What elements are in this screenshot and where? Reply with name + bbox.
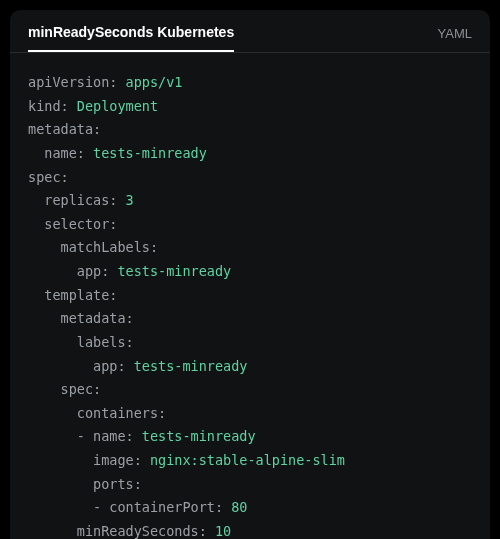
language-label: YAML: [438, 26, 472, 51]
yaml-key: labels: [77, 334, 126, 350]
panel-header: minReadySeconds Kubernetes YAML: [10, 10, 490, 52]
yaml-key: template: [44, 287, 109, 303]
yaml-value: tests-minready: [117, 263, 231, 279]
yaml-value: 10: [215, 523, 231, 539]
yaml-value: Deployment: [77, 98, 158, 114]
yaml-key: minReadySeconds: [77, 523, 199, 539]
yaml-value: 3: [126, 192, 134, 208]
yaml-key: metadata: [28, 121, 93, 137]
yaml-key: metadata: [61, 310, 126, 326]
yaml-value: tests-minready: [93, 145, 207, 161]
yaml-key: app: [77, 263, 101, 279]
code-panel: minReadySeconds Kubernetes YAML apiVersi…: [10, 10, 490, 539]
yaml-value: tests-minready: [142, 428, 256, 444]
yaml-key: ports: [93, 476, 134, 492]
yaml-key: matchLabels: [61, 239, 150, 255]
yaml-key: spec: [28, 169, 61, 185]
yaml-value: 80: [231, 499, 247, 515]
code-block: apiVersion: apps/v1 kind: Deployment met…: [10, 53, 490, 539]
yaml-key: apiVersion: [28, 74, 109, 90]
yaml-key: image: [93, 452, 134, 468]
yaml-value: apps/v1: [126, 74, 183, 90]
yaml-key: selector: [44, 216, 109, 232]
yaml-key: name: [44, 145, 77, 161]
yaml-value: tests-minready: [134, 358, 248, 374]
yaml-key: spec: [61, 381, 94, 397]
yaml-key: name: [93, 428, 126, 444]
yaml-key: app: [93, 358, 117, 374]
yaml-key: replicas: [44, 192, 109, 208]
yaml-key: kind: [28, 98, 61, 114]
tab-active[interactable]: minReadySeconds Kubernetes: [28, 24, 234, 52]
yaml-value: nginx:stable-alpine-slim: [150, 452, 345, 468]
yaml-key: containerPort: [109, 499, 215, 515]
yaml-key: containers: [77, 405, 158, 421]
